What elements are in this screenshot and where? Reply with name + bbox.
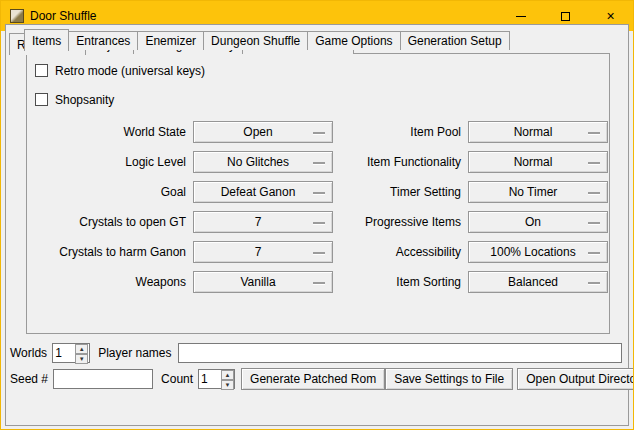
shopsanity-row: Shopsanity — [27, 87, 609, 112]
item-sorting-label: Item Sorting — [338, 275, 463, 289]
subtab-game-options[interactable]: Game Options — [307, 31, 400, 50]
logic-level-dropdown[interactable]: No Glitches — [193, 151, 333, 173]
worlds-row: Worlds ▲ ▼ Player names — [10, 342, 622, 364]
count-input[interactable] — [199, 370, 221, 388]
dropdown-indicator-icon — [313, 222, 325, 224]
open-output-directory-button[interactable]: Open Output Directory — [517, 368, 634, 390]
seed-label: Seed # — [10, 372, 48, 386]
dropdown-indicator-icon — [313, 252, 325, 254]
option-row: Weapons Vanilla Item Sorting Balanced — [30, 271, 609, 293]
logic-level-label: Logic Level — [30, 155, 188, 169]
player-names-label: Player names — [98, 346, 171, 360]
dropdown-indicator-icon — [588, 252, 600, 254]
progressive-items-label: Progressive Items — [338, 215, 463, 229]
dropdown-indicator-icon — [313, 162, 325, 164]
player-names-input[interactable] — [178, 343, 623, 363]
spin-up-icon[interactable]: ▲ — [221, 370, 234, 380]
item-pool-label: Item Pool — [338, 125, 463, 139]
dropdown-indicator-icon — [588, 222, 600, 224]
dropdown-indicator-icon — [588, 282, 600, 284]
spin-down-icon[interactable]: ▼ — [75, 354, 88, 364]
world-state-label: World State — [30, 125, 188, 139]
spin-down-icon[interactable]: ▼ — [221, 380, 234, 390]
dropdown-indicator-icon — [588, 162, 600, 164]
dropdown-indicator-icon — [313, 192, 325, 194]
shopsanity-label: Shopsanity — [55, 93, 114, 107]
world-state-dropdown[interactable]: Open — [193, 121, 333, 143]
save-settings-button[interactable]: Save Settings to File — [385, 368, 513, 390]
worlds-stepper: ▲ ▼ — [52, 343, 90, 363]
option-row: Crystals to harm Ganon 7 Accessibility 1… — [30, 241, 609, 263]
weapons-label: Weapons — [30, 275, 188, 289]
option-row: Logic Level No Glitches Item Functionali… — [30, 151, 609, 173]
retro-mode-row: Retro mode (universal keys) — [27, 58, 609, 83]
shopsanity-checkbox[interactable] — [35, 93, 48, 106]
goal-dropdown[interactable]: Defeat Ganon — [193, 181, 333, 203]
seed-input[interactable] — [53, 369, 153, 389]
subtab-generation-setup[interactable]: Generation Setup — [400, 31, 510, 50]
dropdown-indicator-icon — [588, 192, 600, 194]
sub-tab-strip: Items Entrances Enemizer Dungeon Shuffle… — [6, 25, 628, 50]
dropdown-indicator-icon — [588, 132, 600, 134]
timer-setting-dropdown[interactable]: No Timer — [468, 181, 608, 203]
subtab-dungeon-shuffle[interactable]: Dungeon Shuffle — [203, 31, 308, 50]
timer-setting-label: Timer Setting — [338, 185, 463, 199]
weapons-dropdown[interactable]: Vanilla — [193, 271, 333, 293]
count-stepper: ▲ ▼ — [198, 369, 235, 389]
app-icon[interactable] — [10, 9, 24, 23]
retro-mode-label: Retro mode (universal keys) — [55, 64, 205, 78]
crystals-ganon-dropdown[interactable]: 7 — [193, 241, 333, 263]
goal-label: Goal — [30, 185, 188, 199]
option-row: Goal Defeat Ganon Timer Setting No Timer — [30, 181, 609, 203]
progressive-items-dropdown[interactable]: On — [468, 211, 608, 233]
accessibility-dropdown[interactable]: 100% Locations — [468, 241, 608, 263]
accessibility-label: Accessibility — [338, 245, 463, 259]
count-label: Count — [161, 372, 193, 386]
generate-patched-rom-button[interactable]: Generate Patched Rom — [241, 368, 385, 390]
crystals-ganon-label: Crystals to harm Ganon — [30, 245, 188, 259]
crystals-gt-dropdown[interactable]: 7 — [193, 211, 333, 233]
subtab-items[interactable]: Items — [24, 29, 69, 51]
crystals-gt-label: Crystals to open GT — [30, 215, 188, 229]
retro-mode-checkbox[interactable] — [35, 64, 48, 77]
item-functionality-label: Item Functionality — [338, 155, 463, 169]
item-functionality-dropdown[interactable]: Normal — [468, 151, 608, 173]
option-row: Crystals to open GT 7 Progressive Items … — [30, 211, 609, 233]
items-pane: Retro mode (universal keys) Shopsanity W… — [26, 53, 610, 334]
item-pool-dropdown[interactable]: Normal — [468, 121, 608, 143]
seed-row: Seed # Count ▲ ▼ Generate Patched Rom Sa… — [10, 368, 622, 390]
subtab-entrances[interactable]: Entrances — [68, 31, 138, 50]
close-icon: × — [606, 9, 614, 23]
spin-up-icon[interactable]: ▲ — [75, 344, 88, 354]
window-title: Door Shuffle — [30, 9, 97, 23]
worlds-input[interactable] — [53, 344, 75, 362]
item-sorting-dropdown[interactable]: Balanced — [468, 271, 608, 293]
minimize-icon — [516, 16, 526, 17]
dropdown-indicator-icon — [313, 132, 325, 134]
worlds-label: Worlds — [10, 346, 47, 360]
maximize-icon — [561, 12, 570, 21]
options-grid: World State Open Item Pool Normal Logic … — [27, 121, 609, 293]
dropdown-indicator-icon — [313, 282, 325, 284]
window: Door Shuffle × Randomize Adjust Starting… — [0, 0, 634, 430]
subtab-enemizer[interactable]: Enemizer — [137, 31, 204, 50]
randomize-pane: Items Entrances Enemizer Dungeon Shuffle… — [5, 24, 629, 426]
option-row: World State Open Item Pool Normal — [30, 121, 609, 143]
